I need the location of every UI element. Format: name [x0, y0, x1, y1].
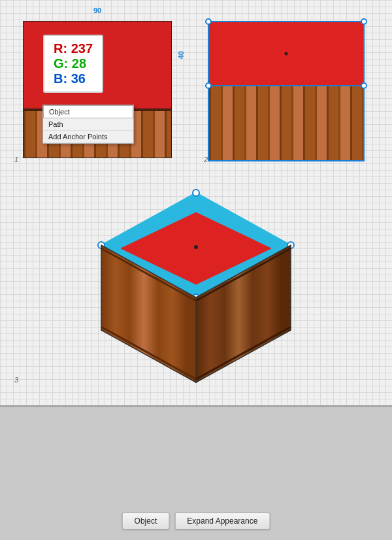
object-button[interactable]: Object — [122, 513, 170, 530]
scene1-red-top: R: 237 G: 28 B: 36 — [23, 21, 172, 109]
menu-object[interactable]: Object — [43, 105, 133, 118]
svg-point-2 — [194, 245, 198, 249]
svg-point-3 — [193, 190, 199, 196]
menu-path[interactable]: Path — [43, 118, 133, 131]
handle-br[interactable] — [361, 82, 367, 89]
color-g-1: G: 28 — [54, 56, 93, 71]
scene2-wood — [208, 86, 365, 161]
context-menu: Object Path Add Anchor Points — [42, 105, 134, 144]
expand-appearance-button[interactable]: Expand Appearance — [174, 513, 270, 530]
isometric-box — [95, 180, 297, 389]
ruler-side-label: 40 — [177, 51, 185, 59]
menu-add-anchor[interactable]: Add Anchor Points — [43, 131, 133, 143]
scene2-red-top — [208, 21, 365, 86]
scene2-container — [208, 21, 365, 161]
bottom-panel: R: 39 G: 170 B: 225 APPEARANCE ◀◀ × Path — [0, 405, 392, 540]
step1-label: 1 — [14, 156, 18, 163]
handle-bl[interactable] — [205, 82, 212, 89]
color-b-1: B: 36 — [54, 71, 93, 86]
center-dot — [285, 52, 288, 56]
ruler-top-label: 90 — [93, 7, 101, 14]
step3-label: 3 — [14, 376, 18, 384]
bottom-toolbar: Object Expand Appearance — [122, 513, 270, 530]
color-swatch-1: R: 237 G: 28 B: 36 — [43, 35, 103, 93]
color-r-1: R: 237 — [54, 41, 93, 56]
handle-tr[interactable] — [361, 18, 367, 25]
handle-tl[interactable] — [205, 18, 212, 25]
